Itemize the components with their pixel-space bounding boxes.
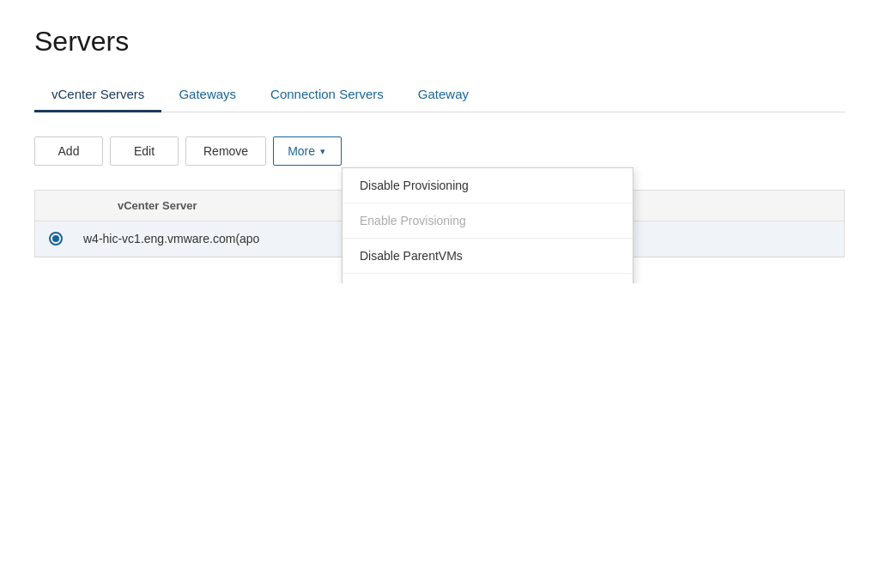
- more-dropdown-menu: Disable Provisioning Enable Provisioning…: [342, 167, 633, 283]
- tab-gateway[interactable]: Gateway: [401, 78, 486, 112]
- tabs-container: vCenter Servers Gateways Connection Serv…: [34, 78, 845, 112]
- dropdown-item-enable-provisioning: Enable Provisioning: [343, 203, 633, 239]
- more-button[interactable]: More ▾: [273, 136, 342, 166]
- dropdown-item-disable-provisioning[interactable]: Disable Provisioning: [343, 168, 633, 203]
- toolbar: Add Edit Remove More ▾ Disable Provision…: [34, 136, 845, 166]
- tab-connection-servers[interactable]: Connection Servers: [253, 78, 401, 112]
- edit-button[interactable]: Edit: [110, 136, 179, 166]
- dropdown-item-disable-parentvms[interactable]: Disable ParentVMs: [343, 239, 633, 274]
- tab-vcenter-servers[interactable]: vCenter Servers: [34, 78, 161, 112]
- radio-selected-icon: [49, 232, 63, 246]
- more-button-label: More: [288, 144, 315, 158]
- row-radio-col[interactable]: [49, 232, 83, 246]
- remove-button[interactable]: Remove: [185, 136, 266, 166]
- tab-gateways[interactable]: Gateways: [161, 78, 253, 112]
- chevron-down-icon: ▾: [320, 146, 325, 157]
- dropdown-item-enable-parentvms: Enable ParentVMs: [343, 274, 633, 283]
- page-title: Servers: [34, 26, 845, 58]
- add-button[interactable]: Add: [34, 136, 103, 166]
- header-radio-col: [49, 199, 83, 212]
